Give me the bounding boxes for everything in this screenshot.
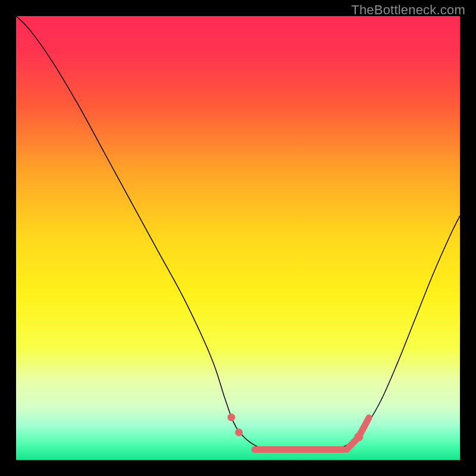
overlay-dot (227, 414, 235, 421)
plot-area (16, 16, 460, 460)
watermark-text: TheBottleneck.com (351, 2, 465, 18)
overlay-dot (235, 428, 243, 436)
gradient-background (16, 16, 460, 460)
chart-container: TheBottleneck.com (0, 0, 476, 476)
overlay-band (251, 446, 346, 453)
chart-svg (16, 16, 460, 460)
